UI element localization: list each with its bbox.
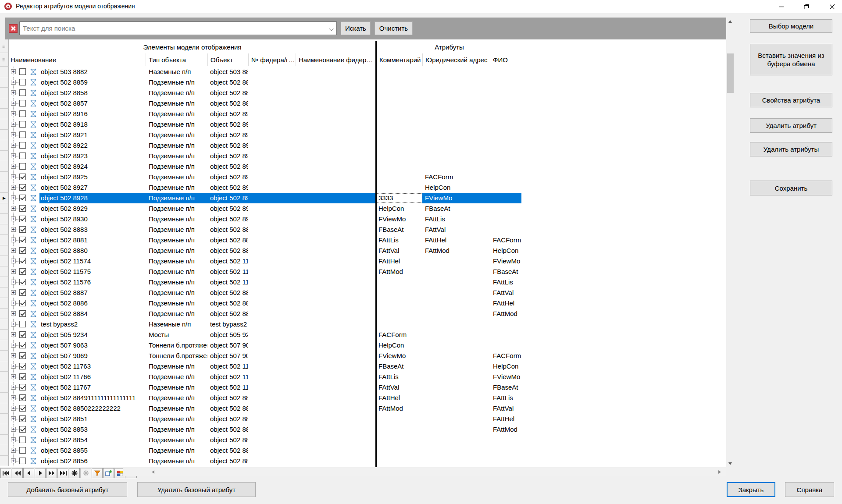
expand-plus-icon[interactable]: + [11,153,16,158]
cell-comment[interactable] [377,151,422,161]
cell-object[interactable]: object 502 88 [207,287,248,298]
cell-name[interactable]: object 502 8857 [39,98,146,109]
cell-name[interactable]: object 502 11575 [39,266,146,277]
cell-legal-address[interactable] [422,309,490,319]
cell-legal-address[interactable] [422,151,490,161]
cell-comment[interactable] [377,182,422,193]
cell-feeder-number[interactable] [248,330,296,340]
cell-legal-address[interactable]: FBaseAt [422,203,490,214]
cell-legal-address[interactable] [422,456,490,466]
cell-fio[interactable]: FViewMo [490,372,527,382]
cell-feeder-name[interactable] [296,151,376,161]
row-checkbox[interactable] [19,174,26,180]
cell-object[interactable]: test bypass2 [207,319,248,330]
row-selector-cell[interactable]: ▶ [0,393,9,403]
cell-legal-address[interactable] [422,88,490,98]
cell-feeder-name[interactable] [296,140,376,151]
cell-fio[interactable] [490,214,527,224]
row-checkbox[interactable] [19,258,26,264]
cell-name[interactable]: object 507 9063 [39,340,146,351]
row-selector-cell[interactable]: ▶ [0,298,9,309]
row-selector-cell[interactable]: ▶ [0,109,9,119]
cell-fio[interactable] [490,109,527,119]
expand-plus-icon[interactable]: + [11,311,16,316]
cell-object-type[interactable]: Подземные п/п [146,361,207,372]
cell-legal-address[interactable]: FViewMo [422,193,521,203]
cell-comment[interactable]: FAttHel [377,393,422,403]
cell-object-type[interactable]: Подземные п/п [146,393,207,403]
expand-plus-icon[interactable]: + [11,90,16,95]
row-checkbox[interactable] [19,247,26,254]
row-checkbox[interactable] [19,331,26,338]
cell-fio[interactable]: FAttLis [490,393,527,403]
cell-name[interactable]: object 502 8859 [39,77,146,88]
cell-feeder-name[interactable] [296,393,376,403]
table-row[interactable]: ▶ + object 502 8854 Подземные п/п object… [0,435,726,445]
cell-object[interactable]: object 502 88 [207,235,248,245]
cell-object-type[interactable]: Подземные п/п [146,256,207,266]
column-header-comment[interactable]: Комментарий [377,53,422,66]
row-checkbox[interactable] [19,437,26,443]
cell-feeder-number[interactable] [248,403,296,414]
row-checkbox[interactable] [19,142,26,149]
cell-legal-address[interactable] [422,382,490,393]
cell-feeder-number[interactable] [248,266,296,277]
row-checkbox[interactable] [19,458,26,464]
cell-feeder-name[interactable] [296,266,376,277]
cell-comment[interactable] [377,77,422,88]
cell-feeder-name[interactable] [296,161,376,172]
cell-fio[interactable] [490,330,527,340]
row-selector-cell[interactable]: ▶ [0,182,9,193]
cell-object[interactable]: object 502 88 [207,456,248,466]
cell-object[interactable]: object 502 89 [207,119,248,130]
row-selector-cell[interactable]: ▶ [0,277,9,287]
column-header-name[interactable]: Наименование [9,53,146,66]
row-checkbox[interactable] [19,426,26,433]
row-selector-cell[interactable]: ▶ [0,309,9,319]
cell-legal-address[interactable]: FACForm [422,172,490,182]
cell-feeder-number[interactable] [248,340,296,351]
restore-button[interactable] [796,0,817,13]
cell-name[interactable]: object 502 8924 [39,161,146,172]
row-checkbox[interactable] [19,300,26,306]
cell-feeder-number[interactable] [248,182,296,193]
cell-comment[interactable] [377,140,422,151]
table-row[interactable]: ▶ + object 502 11575 Подземные п/п objec… [0,266,726,277]
horizontal-scrollbar[interactable] [123,468,726,476]
cell-feeder-number[interactable] [248,372,296,382]
cell-object-type[interactable]: Подземные п/п [146,382,207,393]
cell-legal-address[interactable] [422,435,490,445]
cell-fio[interactable] [490,119,527,130]
expand-plus-icon[interactable]: + [11,353,16,358]
cell-object-type[interactable]: Подземные п/п [146,203,207,214]
cell-feeder-number[interactable] [248,77,296,88]
row-selector-cell[interactable]: ▶ [0,77,9,88]
cell-object-type[interactable]: Подземные п/п [146,456,207,466]
cell-comment[interactable] [377,424,422,435]
row-checkbox[interactable] [19,363,26,369]
cell-feeder-name[interactable] [296,214,376,224]
cell-fio[interactable]: FAttHel [490,298,527,309]
expand-plus-icon[interactable]: + [11,448,16,453]
column-header-feeder-name[interactable]: Наименование фидер… [296,53,375,66]
cell-feeder-name[interactable] [296,351,376,361]
save-button[interactable]: Сохранить [750,181,832,195]
cell-object[interactable]: object 502 88 [207,435,248,445]
cell-feeder-name[interactable] [296,130,376,140]
cell-legal-address[interactable] [422,424,490,435]
cell-feeder-number[interactable] [248,88,296,98]
minimize-button[interactable] [771,0,791,13]
cell-feeder-number[interactable] [248,287,296,298]
cell-legal-address[interactable]: FAttLis [422,214,490,224]
expand-plus-icon[interactable]: + [11,364,16,369]
table-row[interactable]: ▶ + object 507 9063 Тоннели б.протяжен o… [0,340,726,351]
cell-object-type[interactable]: Подземные п/п [146,161,207,172]
row-checkbox[interactable] [19,79,26,85]
cell-name[interactable]: object 502 8858 [39,88,146,98]
cell-feeder-name[interactable] [296,424,376,435]
cell-object[interactable]: object 502 88 [207,77,248,88]
cell-object[interactable]: object 502 89 [207,182,248,193]
cell-object[interactable]: object 502 89 [207,109,248,119]
table-row[interactable]: ▶ + object 502 8930 Подземные п/п object… [0,214,726,224]
cell-legal-address[interactable] [422,351,490,361]
